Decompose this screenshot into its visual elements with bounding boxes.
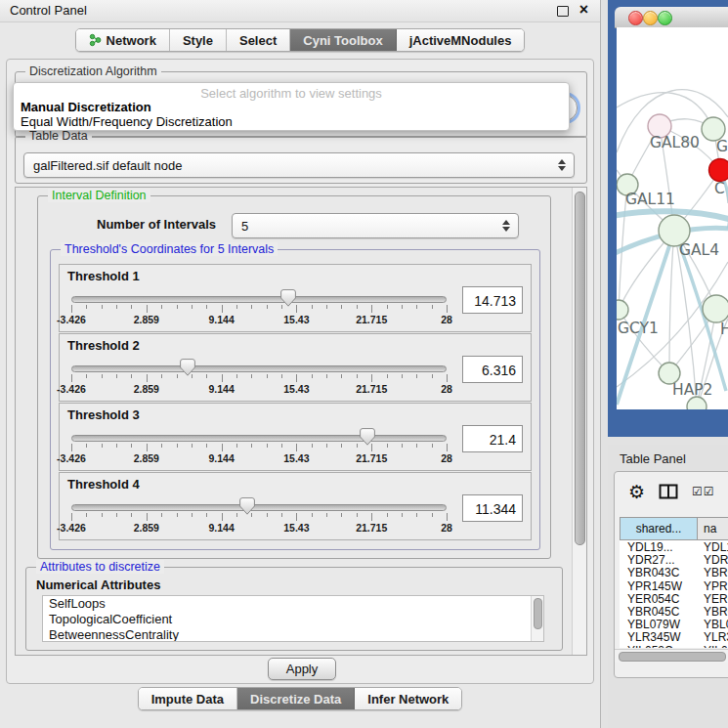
tab-style[interactable]: Style bbox=[170, 29, 227, 51]
list-scrollbar[interactable] bbox=[531, 596, 543, 641]
horizontal-scrollbar[interactable] bbox=[615, 649, 728, 663]
cell-shared-name[interactable]: YDR27... bbox=[620, 553, 698, 566]
close-light-icon[interactable] bbox=[628, 11, 643, 25]
table-row[interactable]: YDR27...YDR2 bbox=[620, 553, 728, 566]
list-item[interactable]: TopologicalCoefficient bbox=[43, 612, 543, 627]
scrollbar-thumb[interactable] bbox=[619, 652, 726, 662]
slider-track[interactable] bbox=[71, 435, 447, 442]
float-window-icon[interactable] bbox=[557, 6, 569, 17]
table-data-combobox[interactable]: galFiltered.sif default node bbox=[23, 152, 575, 178]
network-view-window: GAL80G.CGAL11GAL4GCY1HHAP2 bbox=[608, 0, 728, 437]
table-row[interactable]: YDL19...YDL1 bbox=[620, 540, 728, 553]
vertical-scrollbar[interactable] bbox=[572, 188, 586, 655]
threshold-slider[interactable]: -3.4262.8599.14415.4321.71528 bbox=[71, 362, 447, 395]
table-row[interactable]: YIL052CYIL0 bbox=[620, 644, 728, 649]
column-header-name[interactable]: na bbox=[698, 517, 728, 540]
tab-network[interactable]: Network bbox=[76, 29, 170, 51]
bottom-tab-strip: Impute DataDiscretize DataInfer Network bbox=[0, 687, 600, 710]
split-columns-icon[interactable] bbox=[659, 484, 678, 499]
close-icon[interactable]: × bbox=[579, 1, 588, 19]
panel-title: Control Panel bbox=[10, 3, 87, 18]
column-header-shared-name[interactable]: shared... bbox=[620, 517, 698, 540]
threshold-slider[interactable]: -3.4262.8599.14415.4321.71528 bbox=[71, 500, 447, 534]
tab-label: Select bbox=[239, 33, 277, 48]
threshold-value-field[interactable]: 11.344 bbox=[462, 494, 523, 522]
cell-shared-name[interactable]: YPR145W bbox=[620, 579, 698, 592]
cell-shared-name[interactable]: YBR043C bbox=[620, 566, 698, 578]
cell-shared-name[interactable]: YIL052C bbox=[620, 644, 698, 649]
cell-name[interactable]: YDR2 bbox=[698, 553, 728, 566]
threshold-label: Threshold 4 bbox=[67, 477, 140, 492]
cell-name[interactable]: YER0 bbox=[698, 592, 728, 605]
cell-name[interactable]: YBR0 bbox=[698, 566, 728, 578]
cell-shared-name[interactable]: YDL19... bbox=[620, 540, 698, 553]
node-label: G. bbox=[716, 138, 728, 155]
numerical-attributes-list[interactable]: SelfLoopsTopologicalCoefficientBetweenne… bbox=[42, 595, 544, 642]
threshold-value-field[interactable]: 21.4 bbox=[462, 425, 523, 452]
cell-shared-name[interactable]: YER054C bbox=[620, 592, 698, 605]
bottom-tab-infer-network[interactable]: Infer Network bbox=[355, 688, 461, 709]
threshold-label: Threshold 1 bbox=[67, 269, 140, 283]
cell-name[interactable]: YPR1 bbox=[698, 579, 728, 592]
bottom-tab-label: Discretize Data bbox=[250, 692, 341, 707]
table-data-group: Table Data galFiltered.sif default node bbox=[15, 136, 587, 184]
table-panel: Table Panel ⚙ ☑☑ shared... na YDL19...YD… bbox=[608, 445, 728, 728]
list-item[interactable]: SelfLoops bbox=[43, 596, 543, 612]
slider-thumb[interactable] bbox=[360, 428, 375, 446]
table-row[interactable]: YPR145WYPR1 bbox=[620, 579, 728, 592]
table-panel-body: ⚙ ☑☑ shared... na YDL19...YDL1YDR27...YD… bbox=[614, 471, 728, 678]
cell-name[interactable]: YBL0 bbox=[698, 618, 728, 630]
algorithm-option-equal-width[interactable]: Equal Width/Frequency Discretization bbox=[21, 114, 233, 129]
cell-name[interactable]: YIL0 bbox=[698, 644, 728, 649]
network-canvas[interactable]: GAL80G.CGAL11GAL4GCY1HHAP2 bbox=[617, 27, 728, 409]
cell-name[interactable]: YLR3 bbox=[698, 630, 728, 643]
slider-track[interactable] bbox=[71, 296, 447, 303]
slider-track[interactable] bbox=[71, 365, 447, 372]
table-row[interactable]: YER054CYER0 bbox=[620, 592, 728, 605]
network-window-titlebar[interactable] bbox=[615, 7, 728, 28]
node-label: H bbox=[720, 321, 728, 338]
threshold-value-field[interactable]: 6.316 bbox=[462, 356, 523, 383]
threshold-slider[interactable]: -3.4262.8599.14415.4321.71528 bbox=[71, 292, 447, 325]
table-row[interactable]: YBR043CYBR0 bbox=[620, 566, 728, 578]
slider-thumb[interactable] bbox=[180, 359, 195, 376]
scrollbar-thumb[interactable] bbox=[534, 598, 542, 629]
threshold-slider[interactable]: -3.4262.8599.14415.4321.71528 bbox=[71, 431, 447, 464]
tab-select[interactable]: Select bbox=[227, 29, 290, 51]
cell-shared-name[interactable]: YBR045C bbox=[620, 605, 698, 618]
list-item[interactable]: BetweennessCentrality bbox=[43, 627, 543, 642]
cell-name[interactable]: YBR0 bbox=[698, 605, 728, 618]
tab-jactivemnodules[interactable]: jActiveMNodules bbox=[397, 29, 525, 51]
apply-button[interactable]: Apply bbox=[268, 658, 336, 680]
table-row[interactable]: YBL079WYBL0 bbox=[620, 618, 728, 630]
network-node[interactable] bbox=[709, 159, 728, 182]
tab-cyni-toolbox[interactable]: Cyni Toolbox bbox=[290, 29, 396, 51]
cell-shared-name[interactable]: YBL079W bbox=[620, 618, 698, 630]
table-row[interactable]: YBR045CYBR0 bbox=[620, 605, 728, 618]
top-tab-strip: NetworkStyleSelectCyni ToolboxjActiveMNo… bbox=[0, 28, 600, 52]
bottom-tab-discretize-data[interactable]: Discretize Data bbox=[237, 688, 355, 709]
network-node[interactable] bbox=[617, 300, 628, 320]
checkboxes-icon[interactable]: ☑☑ bbox=[692, 485, 715, 498]
cell-name[interactable]: YDL1 bbox=[698, 540, 728, 553]
network-node[interactable] bbox=[703, 295, 728, 322]
table-row[interactable]: YLR345WYLR3 bbox=[620, 630, 728, 643]
cyni-toolbox-content: Discretization Algorithm Select algorith… bbox=[6, 59, 594, 684]
threshold-panel: Threshold 3-3.4262.8599.14415.4321.71528… bbox=[59, 403, 532, 471]
slider-thumb[interactable] bbox=[239, 497, 255, 515]
algorithm-option-manual[interactable]: Manual Discretization bbox=[21, 100, 151, 114]
gear-icon[interactable]: ⚙ bbox=[628, 483, 645, 501]
threshold-value-field[interactable]: 14.713 bbox=[462, 286, 523, 314]
control-panel-titlebar: Control Panel × bbox=[0, 0, 600, 22]
slider-ticks bbox=[71, 305, 447, 314]
slider-thumb[interactable] bbox=[280, 289, 296, 307]
minimize-light-icon[interactable] bbox=[643, 11, 658, 25]
zoom-light-icon[interactable] bbox=[658, 11, 672, 25]
bottom-tab-impute-data[interactable]: Impute Data bbox=[139, 688, 237, 709]
scrollbar-thumb[interactable] bbox=[575, 192, 585, 545]
number-of-intervals-combobox[interactable]: 5 bbox=[232, 213, 519, 238]
slider-track[interactable] bbox=[71, 504, 447, 511]
thresholds-group: Threshold's Coordinates for 5 Intervals … bbox=[50, 249, 540, 550]
cell-shared-name[interactable]: YLR345W bbox=[620, 630, 698, 643]
node-label: GCY1 bbox=[618, 320, 659, 337]
